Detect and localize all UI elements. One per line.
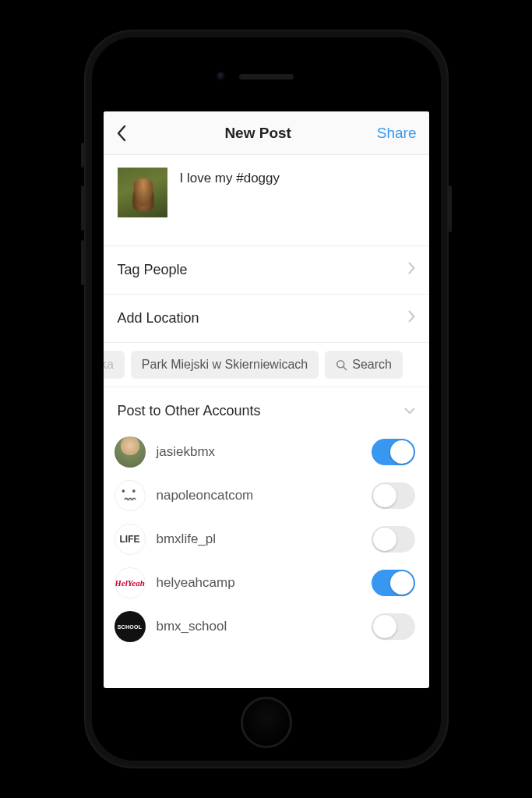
avatar[interactable]: • • 〰 — [115, 480, 146, 511]
avatar[interactable]: LIFE — [115, 524, 146, 555]
account-row: LIFE bmxlife_pl — [104, 517, 429, 561]
volume-down-button — [81, 240, 84, 285]
phone-frame: New Post Share I love my #doggy Tag Peop… — [84, 30, 449, 768]
account-toggle[interactable] — [372, 526, 415, 553]
add-location-label: Add Location — [118, 310, 199, 327]
tag-people-label: Tag People — [118, 262, 188, 278]
account-row: jasiekbmx — [104, 430, 429, 474]
avatar[interactable]: SCHOOL — [115, 611, 146, 642]
share-button[interactable]: Share — [377, 125, 417, 142]
chevron-right-icon — [408, 310, 415, 327]
svg-line-1 — [344, 366, 347, 369]
mute-switch — [81, 143, 84, 168]
screen: New Post Share I love my #doggy Tag Peop… — [104, 111, 429, 688]
caption-row[interactable]: I love my #doggy — [104, 155, 429, 246]
chevron-down-icon — [404, 408, 415, 415]
search-icon — [336, 359, 347, 371]
tag-people-row[interactable]: Tag People — [104, 246, 429, 295]
navbar: New Post Share — [104, 111, 429, 155]
location-suggestions: awka Park Miejski w Skierniewicach Searc… — [104, 343, 429, 387]
account-toggle[interactable] — [372, 482, 415, 509]
chevron-left-icon — [116, 125, 126, 142]
account-name: jasiekbmx — [157, 444, 361, 460]
avatar[interactable] — [115, 436, 146, 468]
page-title: New Post — [224, 125, 291, 142]
phone-speaker-area — [96, 41, 437, 111]
location-search-chip[interactable]: Search — [325, 351, 403, 379]
post-thumbnail[interactable] — [118, 168, 167, 217]
section-title: Post to Other Accounts — [118, 403, 261, 419]
power-button — [449, 185, 452, 232]
location-chip-partial[interactable]: awka — [104, 351, 125, 379]
account-row: SCHOOL bmx_school — [104, 605, 429, 648]
home-button[interactable] — [241, 697, 292, 748]
account-row: • • 〰 napoleoncatcom — [104, 474, 429, 517]
volume-up-button — [81, 185, 84, 231]
account-name: bmx_school — [157, 619, 361, 634]
avatar[interactable]: HelYeah — [115, 567, 146, 598]
account-name: bmxlife_pl — [157, 531, 361, 547]
account-toggle[interactable] — [372, 613, 415, 640]
front-camera — [217, 72, 226, 81]
caption-input[interactable]: I love my #doggy — [180, 168, 280, 186]
account-toggle[interactable] — [372, 570, 415, 596]
account-name: napoleoncatcom — [157, 488, 361, 503]
ear-speaker — [239, 74, 294, 79]
account-row: HelYeah helyeahcamp — [104, 561, 429, 605]
account-toggle[interactable] — [372, 439, 415, 465]
back-button[interactable] — [116, 125, 139, 142]
account-name: helyeahcamp — [157, 575, 361, 591]
location-chip[interactable]: Park Miejski w Skierniewicach — [131, 351, 319, 379]
post-other-accounts-header[interactable]: Post to Other Accounts — [104, 387, 429, 430]
chevron-right-icon — [408, 262, 415, 278]
add-location-row[interactable]: Add Location — [104, 295, 429, 343]
